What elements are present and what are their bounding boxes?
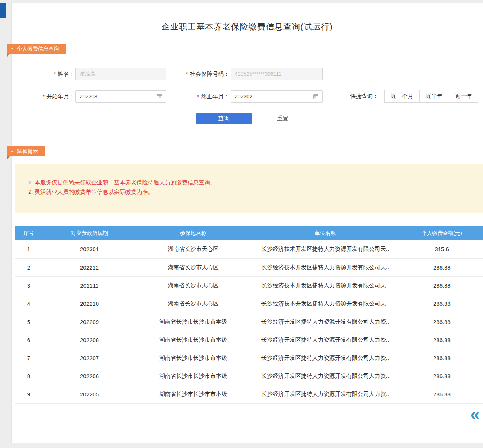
quick-query-last-year-button[interactable]: 近一年 (449, 90, 478, 103)
cell-insured-area: 湖南省长沙市天心区 (137, 240, 250, 258)
page-title: 企业职工基本养老保险缴费信息查询(试运行) (11, 21, 483, 32)
cell-seq: 8 (15, 367, 42, 385)
table-row: 3202211湖南省长沙市天心区长沙经济技术开发区捷特人力资源开发有限公司天..… (15, 276, 483, 295)
cell-insured-area: 湖南省长沙市天心区 (137, 276, 250, 295)
cell-amount: 286.88 (401, 313, 483, 331)
cell-seq: 9 (15, 385, 42, 403)
cell-insured-area: 湖南省长沙市长沙市市本级 (137, 349, 250, 367)
cell-company: 长沙经济技术开发区捷特人力资源开发有限公司天.. (250, 276, 401, 295)
cell-amount: 286.88 (401, 295, 483, 313)
cell-insured-area: 湖南省长沙市天心区 (137, 258, 250, 276)
cell-seq: 5 (15, 313, 42, 331)
cell-seq: 3 (15, 276, 42, 295)
quick-query-last-3-months-button[interactable]: 近三个月 (384, 90, 420, 103)
cell-seq: 1 (15, 240, 42, 258)
collapse-chevron-icon[interactable]: « (470, 405, 480, 423)
header-amount: 个人缴费金额(元) (401, 226, 483, 240)
header-seq: 序号 (15, 226, 42, 240)
table-row: 2202212湖南省长沙市天心区长沙经济技术开发区捷特人力资源开发有限公司天..… (15, 258, 483, 276)
cell-company: 长沙经济开发区捷特人力资源开发有限公司人力资.. (250, 349, 401, 367)
cell-amount: 286.88 (401, 349, 483, 367)
cell-insured-area: 湖南省长沙市长沙市市本级 (137, 385, 250, 403)
required-asterisk: * (43, 94, 45, 100)
name-field (75, 68, 166, 80)
cell-seq: 4 (15, 295, 42, 313)
quick-query-group: 近三个月 近半年 近一年 (384, 90, 478, 103)
cell-company: 长沙经济技术开发区捷特人力资源开发有限公司天.. (250, 295, 401, 313)
table-row: 9202205湖南省长沙市长沙市市本级长沙经济开发区捷特人力资源开发有限公司人力… (15, 385, 483, 403)
section-badge-label: 温馨提示 (17, 148, 38, 154)
header-insured-area: 参保地名称 (137, 226, 250, 240)
section-badge-label: 个人缴费信息查询 (17, 46, 59, 52)
payment-records-table: 序号 对应费款所属期 参保地名称 单位名称 个人缴费金额(元) 1202301湖… (15, 226, 483, 404)
bullet-icon: • (11, 46, 13, 52)
table-row: 8202206湖南省长沙市长沙市市本级长沙经济开发区捷特人力资源开发有限公司人力… (15, 367, 483, 385)
cell-amount: 286.88 (401, 385, 483, 403)
required-asterisk: * (186, 71, 188, 77)
cell-seq: 6 (15, 331, 42, 349)
cell-insured-area: 湖南省长沙市长沙市市本级 (137, 331, 250, 349)
table-row: 4202210湖南省长沙市天心区长沙经济技术开发区捷特人力资源开发有限公司天..… (15, 295, 483, 313)
table-row: 5202209湖南省长沙市长沙市市本级长沙经济开发区捷特人力资源开发有限公司人力… (15, 313, 483, 331)
cell-seq: 7 (15, 349, 42, 367)
required-asterisk: * (54, 71, 56, 77)
section-badge-personal-payment-query: •个人缴费信息查询 (7, 44, 66, 54)
cell-company: 长沙经济开发区捷特人力资源开发有限公司人力资.. (250, 367, 401, 385)
header-company: 单位名称 (250, 226, 401, 240)
notice-line-1: 1. 本服务仅提供尚未领取企业职工基本养老保险待遇人员的缴费信息查询。 (28, 178, 483, 187)
required-asterisk: * (197, 94, 199, 100)
cell-company: 长沙经济开发区捷特人力资源开发有限公司人力资.. (250, 385, 401, 403)
name-label: *姓名： (23, 68, 75, 80)
start-month-field[interactable] (75, 90, 166, 103)
badge-fold-decoration (7, 156, 10, 160)
badge-fold-decoration (7, 54, 10, 57)
cell-period: 202301 (42, 240, 137, 258)
table-header: 序号 对应费款所属期 参保地名称 单位名称 个人缴费金额(元) (15, 226, 483, 240)
cell-insured-area: 湖南省长沙市天心区 (137, 295, 250, 313)
table-row: 1202301湖南省长沙市天心区长沙经济技术开发区捷特人力资源开发有限公司天..… (15, 240, 483, 258)
cell-amount: 286.88 (401, 276, 483, 295)
header-period: 对应费款所属期 (42, 226, 137, 240)
cell-period: 202208 (42, 331, 137, 349)
cell-seq: 2 (15, 258, 42, 276)
query-button[interactable]: 查询 (196, 113, 252, 124)
notice-box: 1. 本服务仅提供尚未领取企业职工基本养老保险待遇人员的缴费信息查询。 2. 灵… (15, 164, 483, 213)
cell-period: 202212 (42, 258, 137, 276)
cell-period: 202211 (42, 276, 137, 295)
end-month-field[interactable] (231, 90, 323, 103)
cell-company: 长沙经济技术开发区捷特人力资源开发有限公司天.. (250, 240, 401, 258)
table-body: 1202301湖南省长沙市天心区长沙经济技术开发区捷特人力资源开发有限公司天..… (15, 240, 483, 403)
reset-button[interactable]: 重置 (256, 113, 309, 124)
cell-amount: 286.88 (401, 367, 483, 385)
cell-company: 长沙经济开发区捷特人力资源开发有限公司人力资.. (250, 313, 401, 331)
cell-period: 202210 (42, 295, 137, 313)
table-row: 7202207湖南省长沙市长沙市市本级长沙经济开发区捷特人力资源开发有限公司人力… (15, 349, 483, 367)
cell-company: 长沙经济技术开发区捷特人力资源开发有限公司天.. (250, 258, 401, 276)
ssn-field (231, 68, 323, 80)
end-month-label: *终止年月： (169, 90, 229, 103)
cell-insured-area: 湖南省长沙市长沙市市本级 (137, 367, 250, 385)
cell-period: 202206 (42, 367, 137, 385)
table-row: 6202208湖南省长沙市长沙市市本级长沙经济开发区捷特人力资源开发有限公司人力… (15, 331, 483, 349)
cell-period: 202209 (42, 313, 137, 331)
calendar-icon[interactable] (156, 94, 162, 100)
ssn-label: *社会保障号码： (169, 68, 229, 80)
cell-amount: 286.88 (401, 258, 483, 276)
cell-period: 202207 (42, 349, 137, 367)
section-badge-tips: •温馨提示 (7, 146, 45, 156)
quick-query-label: 快捷查询： (350, 90, 378, 103)
bullet-icon: • (11, 149, 13, 154)
start-month-label: *开始年月： (23, 90, 75, 103)
cell-amount: 315.6 (401, 240, 483, 258)
quick-query-last-half-year-button[interactable]: 近半年 (419, 90, 449, 103)
side-tab[interactable] (0, 3, 6, 18)
cell-company: 长沙经济开发区捷特人力资源开发有限公司人力资.. (250, 331, 401, 349)
cell-amount: 286.88 (401, 331, 483, 349)
calendar-icon[interactable] (313, 94, 319, 100)
cell-insured-area: 湖南省长沙市长沙市市本级 (137, 313, 250, 331)
notice-line-2: 2. 灵活就业人员的缴费单位信息以实际缴费为准。 (28, 187, 483, 196)
cell-period: 202205 (42, 385, 137, 403)
